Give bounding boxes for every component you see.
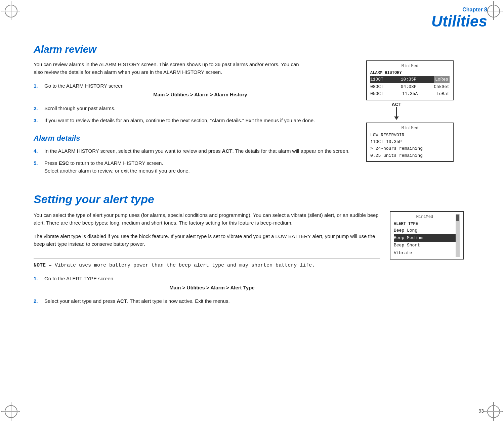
alert-steps: 1. Go to the ALERT TYPE screen. Main > U… — [34, 275, 380, 305]
row2-code: ChkSet — [434, 84, 450, 90]
alert-step-2-before: Select your alert type and press — [44, 298, 117, 304]
alert-step-2-bold: ACT — [117, 298, 127, 304]
chapter-header: Chapter 8 Utilities — [396, 0, 504, 33]
row1-code: LoRes — [434, 76, 450, 83]
alert-step-2-number: 2. — [34, 297, 41, 305]
act-arrow: ACT — [386, 102, 405, 117]
step-2-content: Scroll through your past alarms. — [44, 105, 356, 112]
step-4-bold: ACT — [222, 148, 233, 154]
alert-type-section: Setting your alert type You can select t… — [34, 193, 470, 310]
corner-mark-tl — [5, 5, 17, 17]
alarm-history-screen-pair: MiniMed ALARM HISTORY 11OCT 10:35P LoRes… — [366, 60, 470, 162]
step-1-number: 1. — [34, 82, 41, 100]
corner-mark-br — [487, 405, 499, 417]
detail-brand: MiniMed — [370, 125, 450, 132]
alert-step-1-number: 1. — [34, 275, 41, 293]
page-container: Chapter 8 Utilities Alarm review You can… — [0, 0, 504, 422]
step-5-text-before: Press — [44, 160, 59, 166]
scroll-indicator — [456, 215, 459, 221]
step-4-content: In the ALARM HISTORY screen, select the … — [44, 147, 356, 155]
alarm-history-screen-label: ALARM HISTORY — [370, 70, 450, 76]
alarm-review-layout: You can review alarms in the ALARM HISTO… — [34, 60, 470, 179]
alarm-details-title: Alarm details — [34, 134, 356, 143]
row1-time: 10:35P — [401, 76, 417, 83]
step-2-text: Scroll through your past alarms. — [44, 105, 116, 111]
row3-date: 05OCT — [370, 91, 383, 97]
alert-step-2-content: Select your alert type and press ACT. Th… — [44, 297, 380, 305]
detail-line4: 0.25 units remaining — [370, 152, 450, 159]
alert-option-2: Beep Medium — [394, 234, 456, 242]
step-3-content: If you want to review the details for an… — [44, 117, 356, 125]
arrow-down-icon — [396, 107, 397, 117]
alert-para2: The vibrate alert type is disabled if yo… — [34, 232, 380, 248]
alarm-review-right: MiniMed ALARM HISTORY 11OCT 10:35P LoRes… — [366, 60, 470, 162]
step-2-number: 2. — [34, 105, 41, 112]
step-5-bold: ESC — [59, 160, 69, 166]
step-5: 5. Press ESC to return to the ALARM HIST… — [34, 159, 356, 175]
alarm-detail-screen: MiniMed LOW RESERVOIR 11OCT 10:35P > 24-… — [366, 123, 454, 162]
step-3-text: If you want to review the details for an… — [44, 118, 315, 123]
alarm-history-brand: MiniMed — [370, 63, 450, 69]
alert-screen-content: MiniMed ALERT TYPE Beep Long Beep Medium… — [394, 214, 456, 257]
note-box: NOTE – Vibrate uses more battery power t… — [34, 258, 380, 268]
act-label: ACT — [388, 102, 405, 107]
row1-date: 11OCT — [370, 76, 383, 83]
scroll-bar — [456, 214, 460, 257]
step-4-number: 4. — [34, 147, 41, 155]
step-3: 3. If you want to review the details for… — [34, 117, 356, 125]
detail-line3: > 24-hours remaining — [370, 145, 450, 152]
alarm-review-steps: 1. Go to the ALARM HISTORY screen Main >… — [34, 82, 356, 125]
step-1-text: Go to the ALARM HISTORY screen — [44, 83, 124, 89]
step-3-number: 3. — [34, 117, 41, 125]
step-5-number: 5. — [34, 159, 41, 175]
alert-option-3: Beep Short — [394, 242, 456, 249]
content-area: Alarm review You can review alarms in th… — [27, 44, 477, 310]
chapter-title: Utilities — [403, 13, 487, 30]
row3-time: 11:35A — [402, 91, 418, 97]
alert-type-title: Setting your alert type — [34, 193, 470, 206]
alert-para1: You can select the type of alert your pu… — [34, 211, 380, 227]
alarm-history-screen: MiniMed ALARM HISTORY 11OCT 10:35P LoRes… — [366, 60, 454, 100]
step-4-text-before: In the ALARM HISTORY screen, select the … — [44, 148, 222, 154]
page-number: 93 — [478, 408, 484, 414]
alert-step-2: 2. Select your alert type and press ACT.… — [34, 297, 380, 305]
alert-option-1: Beep Long — [394, 227, 456, 234]
alert-step-2-after: . That alert type is now active. Exit th… — [127, 298, 230, 304]
alarm-details-steps: 4. In the ALARM HISTORY screen, select t… — [34, 147, 356, 175]
row3-code: LoBat — [436, 91, 450, 97]
alert-step-1-content: Go to the ALERT TYPE screen. Main > Util… — [44, 275, 380, 293]
alarm-review-section: Alarm review You can review alarms in th… — [34, 44, 470, 179]
alert-type-layout: You can select the type of alert your pu… — [34, 211, 470, 310]
step-1-nav: Main > Utilities > Alarm > Alarm History — [44, 91, 356, 99]
alert-option-4: Vibrate — [394, 249, 456, 257]
alert-screen-title: ALERT TYPE — [394, 221, 456, 227]
note-body: Vibrate uses more battery power than the… — [52, 263, 315, 268]
detail-line2: 11OCT 10:35P — [370, 139, 450, 145]
detail-line1: LOW RESERVOIR — [370, 132, 450, 139]
chapter-label: Chapter 8 — [403, 7, 487, 13]
alert-type-right: MiniMed ALERT TYPE Beep Long Beep Medium… — [390, 211, 470, 260]
step-4-text-after: . The details for that alarm will appear… — [232, 148, 349, 154]
step-1: 1. Go to the ALARM HISTORY screen Main >… — [34, 82, 356, 100]
corner-mark-bl — [5, 405, 17, 417]
step-4: 4. In the ALARM HISTORY screen, select t… — [34, 147, 356, 155]
alert-step-1: 1. Go to the ALERT TYPE screen. Main > U… — [34, 275, 380, 293]
alert-type-device-screen: MiniMed ALERT TYPE Beep Long Beep Medium… — [390, 211, 464, 260]
step-1-content: Go to the ALARM HISTORY screen Main > Ut… — [44, 82, 356, 100]
alarm-review-title: Alarm review — [34, 44, 470, 55]
alert-screen-brand: MiniMed — [394, 214, 456, 220]
alert-type-left: You can select the type of alert your pu… — [34, 211, 380, 310]
note-label: NOTE – — [34, 263, 52, 268]
alarm-review-intro: You can review alarms in the ALARM HISTO… — [34, 60, 309, 76]
alert-step-1-nav: Main > Utilities > Alarm > Alert Type — [44, 284, 380, 292]
alert-step-1-text: Go to the ALERT TYPE screen. — [44, 276, 115, 281]
step-2: 2. Scroll through your past alarms. — [34, 105, 356, 112]
alarm-review-left: You can review alarms in the ALARM HISTO… — [34, 60, 356, 179]
step-5-content: Press ESC to return to the ALARM HISTORY… — [44, 159, 356, 175]
row2-date: 08OCT — [370, 84, 383, 90]
note-text: NOTE – Vibrate uses more battery power t… — [34, 263, 380, 268]
row2-time: 04:08P — [401, 84, 417, 90]
